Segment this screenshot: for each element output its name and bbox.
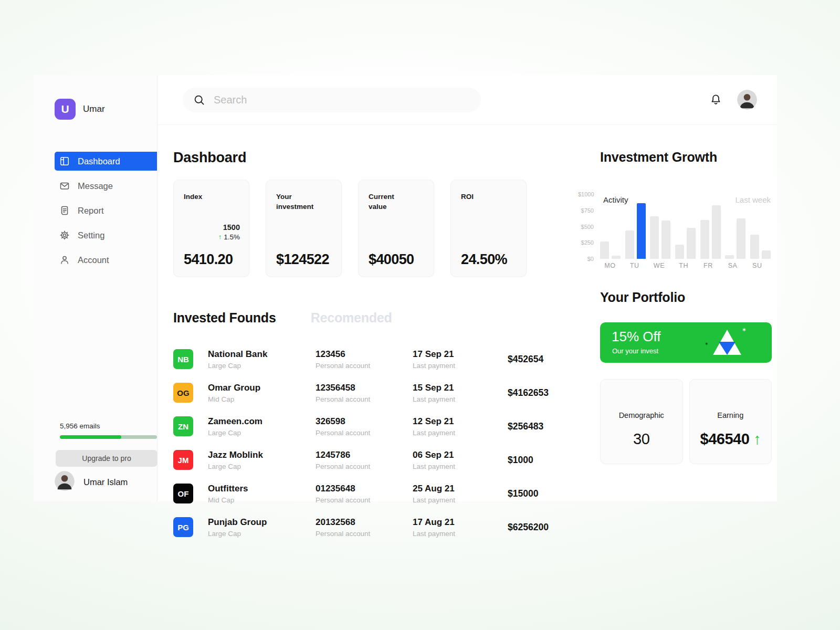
fund-payment-date: 25 Aug 21 xyxy=(413,484,508,494)
demographic-card: Demographic 30 xyxy=(600,379,683,464)
x-axis-tick: MO xyxy=(600,262,620,269)
chart-bar xyxy=(712,205,721,259)
fund-amount: $4162653 xyxy=(508,387,550,398)
portfolio-cards: Demographic 30 Earning $46540 ↑ xyxy=(600,379,772,464)
fund-account-number: 326598 xyxy=(316,416,413,427)
fund-payment-label: Last payment xyxy=(413,395,508,403)
chart-bar xyxy=(687,228,696,259)
chart-bar xyxy=(750,235,759,259)
sidebar-item-label: Account xyxy=(78,255,109,265)
portfolio-title: Your Portfolio xyxy=(600,290,772,305)
fund-account-label: Personal account xyxy=(316,496,413,504)
workspace-name: Umar xyxy=(83,104,105,114)
search-input[interactable] xyxy=(214,94,445,106)
tab-invested-founds[interactable]: Invested Founds xyxy=(173,310,276,326)
page-title: Dashboard xyxy=(173,150,550,166)
stat-value: $124522 xyxy=(276,251,329,268)
promo-title: 15% Off xyxy=(612,329,660,345)
chart-bar xyxy=(725,255,734,259)
investment-growth-chart: Activity Last week MOTUWETHFRSASU $1000$… xyxy=(578,189,772,271)
fund-amount: $15000 xyxy=(508,488,550,499)
fund-amount: $452654 xyxy=(508,354,550,365)
profile-avatar-button[interactable] xyxy=(737,90,757,110)
dashboard-column: Dashboard Index 1500 ↑ 1.5% 5410.20 Your… xyxy=(173,150,550,544)
fund-badge: NB xyxy=(173,349,193,369)
fund-cap-label: Large Cap xyxy=(208,530,316,538)
fund-account-label: Personal account xyxy=(316,463,413,470)
fund-payment-label: Last payment xyxy=(413,429,508,437)
card-value: 30 xyxy=(633,430,649,448)
sidebar-item-report[interactable]: Report xyxy=(55,201,157,220)
notifications-button[interactable] xyxy=(709,93,722,107)
fund-name: National Bank xyxy=(208,349,316,360)
chart-bar xyxy=(675,245,684,259)
user-name: Umar Islam xyxy=(83,477,128,487)
fund-name: Outfitters xyxy=(208,484,316,494)
sidebar-item-dashboard[interactable]: Dashboard xyxy=(55,152,157,171)
sidebar-user[interactable]: Umar Islam xyxy=(55,471,128,493)
stat-label: Index xyxy=(184,192,240,202)
stat-value: 24.50% xyxy=(461,251,507,268)
fund-payment-date: 15 Sep 21 xyxy=(413,383,508,393)
app-logo: U xyxy=(55,99,76,120)
sidebar: U Umar Dashboard Message Report xyxy=(34,75,158,501)
fund-row[interactable]: ZN Zameen.com Large Cap 326598 Personal … xyxy=(173,410,550,443)
chart-bar-group xyxy=(725,218,746,259)
y-axis-tick: $750 xyxy=(578,207,594,214)
upgrade-to-pro-button[interactable]: Upgrade to pro xyxy=(56,450,158,467)
content: Dashboard Index 1500 ↑ 1.5% 5410.20 Your… xyxy=(158,125,777,544)
stat-cards: Index 1500 ↑ 1.5% 5410.20 Your investmen… xyxy=(173,180,550,277)
stat-card-investment: Your investment $124522 xyxy=(266,180,342,277)
stat-label: ROI xyxy=(461,192,518,202)
chart-plot xyxy=(600,194,772,259)
promo-banner[interactable]: 15% Off Our your invest ✶ ✶ xyxy=(600,322,772,363)
emails-count-label: 5,956 emails xyxy=(60,422,100,430)
chart-bar xyxy=(662,220,670,259)
fund-badge: OF xyxy=(173,484,193,503)
triangle-logo-icon: ✶ ✶ xyxy=(713,330,741,355)
chart-bar xyxy=(650,216,659,259)
sidebar-item-setting[interactable]: Setting xyxy=(55,226,157,245)
x-axis-tick: TH xyxy=(674,262,694,269)
chart-bar xyxy=(600,242,609,259)
earning-card: Earning $46540 ↑ xyxy=(689,379,772,464)
chart-bar xyxy=(612,256,621,259)
fund-row[interactable]: JM Jazz Moblink Large Cap 1245786 Person… xyxy=(173,443,550,477)
stat-card-roi: ROI 24.50% xyxy=(450,180,527,277)
chart-bar xyxy=(762,250,771,259)
chart-bar-group xyxy=(650,216,670,259)
y-axis-tick: $500 xyxy=(578,224,594,230)
sidebar-item-label: Message xyxy=(78,181,113,191)
promo-subtitle: Our your invest xyxy=(612,347,658,355)
fund-payment-label: Last payment xyxy=(413,362,508,370)
chart-bar-group xyxy=(700,205,721,259)
fund-row[interactable]: OF Outfitters Mid Cap 01235648 Personal … xyxy=(173,477,550,510)
y-axis-tick: $250 xyxy=(578,239,594,246)
fund-name: Zameen.com xyxy=(208,416,316,427)
fund-account-number: 12356458 xyxy=(316,383,413,393)
stat-label: Your investment xyxy=(276,192,318,212)
emails-progress-fill xyxy=(60,435,121,439)
chart-bar xyxy=(700,220,709,259)
search-icon xyxy=(194,94,205,106)
fund-badge: JM xyxy=(173,450,193,470)
user-avatar xyxy=(55,471,75,493)
sidebar-item-account[interactable]: Account xyxy=(55,250,157,269)
fund-row[interactable]: OG Omar Group Mid Cap 12356458 Personal … xyxy=(173,376,550,410)
sidebar-item-message[interactable]: Message xyxy=(55,176,157,195)
stat-value: $40050 xyxy=(369,251,414,268)
insights-column: Investment Growth Activity Last week MOT… xyxy=(578,150,772,544)
fund-account-number: 20132568 xyxy=(316,517,413,528)
fund-row[interactable]: PG Punjab Group Large Cap 20132568 Perso… xyxy=(173,510,550,544)
chart-bar-group xyxy=(625,203,646,259)
x-axis-tick: WE xyxy=(649,262,669,269)
x-axis-tick: SU xyxy=(747,262,767,269)
card-value: $46540 ↑ xyxy=(700,430,761,448)
gear-icon xyxy=(59,230,70,240)
sparkle-icon: ✶ xyxy=(742,327,747,333)
search-bar[interactable] xyxy=(183,88,481,112)
fund-amount: $6256200 xyxy=(508,522,550,533)
fund-cap-label: Mid Cap xyxy=(208,496,316,504)
tab-recomended[interactable]: Recomended xyxy=(311,310,392,326)
fund-row[interactable]: NB National Bank Large Cap 123456 Person… xyxy=(173,342,550,376)
